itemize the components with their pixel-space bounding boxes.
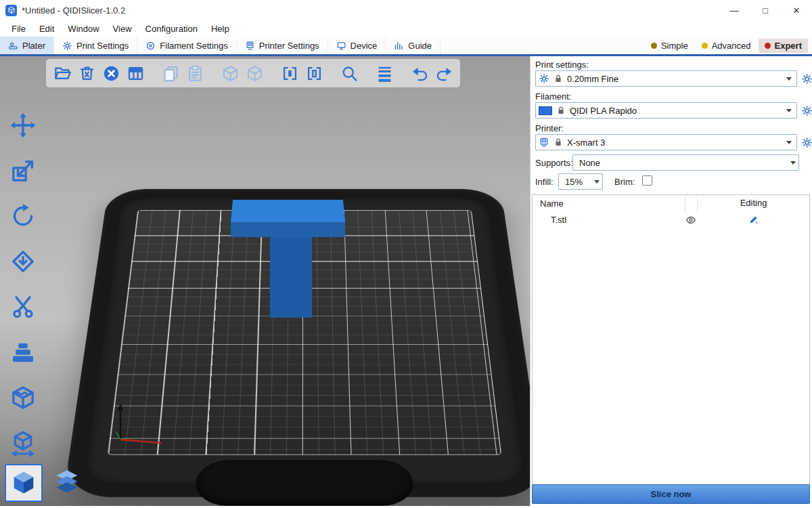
printer-combo[interactable]: X-smart 3: [535, 134, 797, 150]
visibility-toggle[interactable]: [685, 215, 697, 226]
paint-supports-icon: [9, 339, 37, 366]
add-instance-button[interactable]: [218, 61, 242, 85]
object-row-t-stl[interactable]: T.stl: [533, 211, 809, 228]
infill-combo[interactable]: 15%: [558, 173, 603, 190]
title-bar: *Untitled - QIDISlicer-1.0.2 — □ ✕: [0, 0, 812, 20]
maximize-button[interactable]: □: [750, 0, 781, 20]
build-plate-grid: [108, 210, 501, 454]
tab-filament-settings[interactable]: Filament Settings: [137, 37, 236, 54]
open-folder-icon: [53, 64, 72, 83]
rotate-icon: [9, 203, 37, 230]
tab-bar: Plater Print Settings Filament Settings …: [0, 37, 812, 56]
split-to-parts-button[interactable]: [302, 61, 326, 85]
mode-label: Advanced: [712, 41, 751, 51]
minimize-button[interactable]: —: [719, 0, 750, 20]
redo-icon: [435, 64, 453, 83]
viewport-left-toolbar: [7, 109, 39, 459]
delete-button[interactable]: [74, 61, 99, 85]
supports-label: Supports:: [535, 158, 573, 168]
tab-label: Print Settings: [76, 41, 129, 51]
tab-printer-settings[interactable]: Printer Settings: [237, 37, 328, 54]
menu-configuration[interactable]: Configuration: [139, 22, 204, 36]
mode-label: Expert: [775, 41, 802, 51]
move-tool-button[interactable]: [7, 109, 39, 142]
editing-button[interactable]: [697, 215, 809, 225]
search-icon: [340, 64, 359, 83]
print-settings-combo[interactable]: 0.20mm Fine: [535, 70, 797, 87]
editor-3d-view-icon: [9, 468, 39, 498]
rotate-tool-button[interactable]: [7, 200, 39, 232]
menu-file[interactable]: File: [5, 22, 32, 36]
arrange-button[interactable]: [123, 61, 148, 85]
print-settings-gear-button[interactable]: [800, 72, 812, 85]
remove-instance-button[interactable]: [242, 61, 267, 85]
tab-label: Plater: [22, 41, 45, 51]
brim-checkbox[interactable]: [642, 175, 652, 186]
tab-device[interactable]: Device: [328, 37, 386, 54]
tab-guide[interactable]: Guide: [386, 37, 441, 54]
mode-expert[interactable]: Expert: [759, 39, 808, 53]
move-icon: [9, 112, 37, 139]
seam-paint-tool-button[interactable]: [7, 381, 39, 414]
open-folder-button[interactable]: [50, 61, 74, 85]
viewport-3d[interactable]: [0, 56, 530, 506]
menu-bar: File Edit Window View Configuration Help: [0, 20, 812, 37]
copy-button[interactable]: [158, 61, 183, 85]
split-to-objects-button[interactable]: [277, 61, 302, 85]
object-name: T.stl: [533, 215, 685, 225]
supports-combo[interactable]: None: [572, 154, 799, 171]
place-on-face-tool-button[interactable]: [7, 245, 39, 278]
eye-icon: [685, 215, 696, 226]
close-button[interactable]: ✕: [781, 0, 812, 20]
brim-label: Brim:: [614, 177, 635, 187]
measure-tool-button[interactable]: [7, 427, 39, 459]
paste-button[interactable]: [183, 61, 207, 85]
mode-advanced[interactable]: Advanced: [696, 39, 757, 53]
plater-icon: [8, 41, 18, 51]
scale-tool-button[interactable]: [7, 154, 39, 187]
search-button[interactable]: [337, 61, 361, 85]
object-list-header: Name Editing: [533, 195, 809, 211]
tab-plater[interactable]: Plater: [0, 37, 54, 54]
chevron-down-icon: [790, 161, 796, 165]
tab-print-settings[interactable]: Print Settings: [54, 37, 137, 54]
menu-help[interactable]: Help: [205, 22, 235, 36]
delete-icon: [78, 64, 96, 83]
printer-gear-button[interactable]: [800, 135, 812, 149]
delete-all-button[interactable]: [99, 61, 123, 85]
undo-button[interactable]: [407, 61, 432, 85]
editing-icon: [748, 215, 759, 225]
infill-label: Infill:: [535, 177, 554, 187]
gear-icon: [801, 137, 812, 148]
bed-front-notch: [194, 460, 414, 506]
printer-label: Printer:: [535, 123, 564, 133]
preview-layers-icon: [52, 468, 82, 498]
editor-view-thumb[interactable]: [5, 464, 43, 502]
paint-supports-tool-button[interactable]: [7, 336, 39, 368]
filament-settings-icon: [145, 41, 156, 51]
redo-button[interactable]: [432, 61, 456, 85]
tab-label: Guide: [408, 41, 432, 51]
filament-gear-button[interactable]: [800, 104, 812, 117]
infill-value: 15%: [565, 177, 594, 187]
arrange-icon: [127, 64, 145, 83]
cut-tool-button[interactable]: [7, 291, 39, 323]
menu-window[interactable]: Window: [62, 22, 105, 36]
remove-instance-icon: [246, 64, 264, 83]
settings-sidebar: Print settings: 0.20mm Fine Filament: QI…: [530, 56, 812, 506]
viewport-top-toolbar: [46, 59, 460, 87]
object-list: Name Editing T.stl: [532, 194, 810, 485]
filament-combo[interactable]: QIDI PLA Rapido: [535, 102, 797, 119]
mode-simple[interactable]: Simple: [645, 39, 694, 53]
gear-icon: [539, 73, 549, 84]
chevron-down-icon: [786, 77, 792, 81]
cut-icon: [9, 293, 37, 320]
preview-view-thumb[interactable]: [48, 464, 86, 502]
menu-edit[interactable]: Edit: [33, 22, 60, 36]
variable-layer-height-button[interactable]: [372, 61, 397, 85]
slice-now-button[interactable]: Slice now: [532, 484, 810, 504]
menu-view[interactable]: View: [107, 22, 138, 36]
lock-icon: [553, 137, 564, 148]
advanced-mode-dot-icon: [702, 43, 708, 49]
column-editing: Editing: [697, 195, 809, 211]
